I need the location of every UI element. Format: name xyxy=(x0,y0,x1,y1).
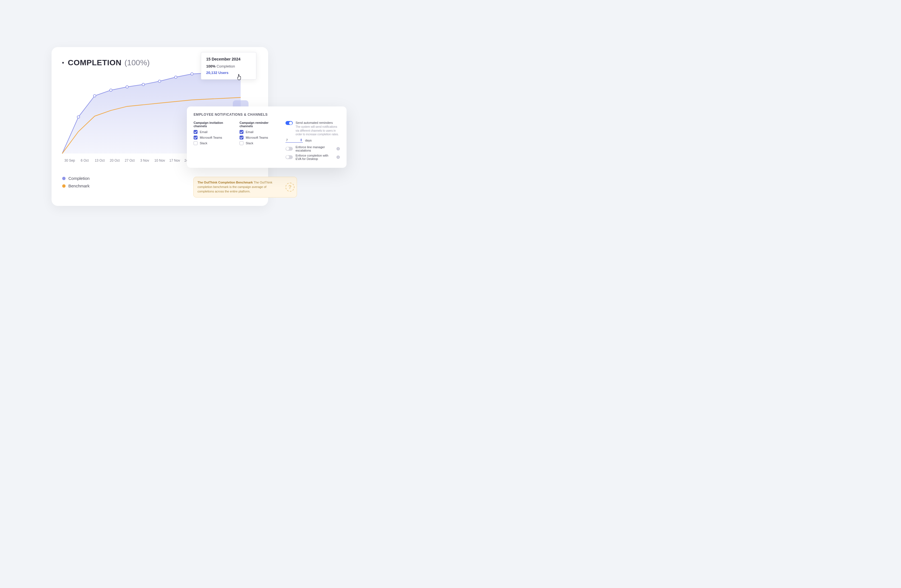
svg-point-6 xyxy=(175,76,177,78)
tooltip-value-row: 100% Completion xyxy=(206,64,251,69)
info-icon[interactable]: i xyxy=(337,147,340,150)
reminder-checkbox[interactable] xyxy=(240,130,243,134)
escalations-toggle[interactable] xyxy=(285,147,293,151)
invitation-label: Email xyxy=(200,130,207,134)
x-axis-tick[interactable]: 3 Nov xyxy=(137,159,153,162)
escalations-label: Enforce line manager escalations xyxy=(296,145,332,152)
reminder-option: Microsoft Teams xyxy=(240,136,282,139)
svg-point-5 xyxy=(158,80,161,83)
x-axis-tick[interactable]: 6 Oct xyxy=(77,159,92,162)
invitation-heading: Campaign invitation channels xyxy=(193,121,235,128)
eva-toggle[interactable] xyxy=(285,155,293,159)
reminder-days-input: 7 ▲▼ days xyxy=(285,138,340,143)
invitation-option: Microsoft Teams xyxy=(193,136,235,139)
notifications-panel: EMPLOYEE NOTIFICATIONS & CHANNELS Campai… xyxy=(187,106,346,168)
reminder-heading: Campaign reminder channels xyxy=(240,121,282,128)
reminder-label: Email xyxy=(246,130,254,134)
x-axis-tick[interactable]: 20 Oct xyxy=(107,159,122,162)
settings-column: Send automated reminders The system will… xyxy=(285,121,340,162)
reminder-days-unit: days xyxy=(305,139,312,142)
x-axis-tick[interactable]: 17 Nov xyxy=(167,159,182,162)
svg-point-2 xyxy=(109,89,112,91)
invitation-column: Campaign invitation channels EmailMicros… xyxy=(193,121,235,162)
invitation-checkbox[interactable] xyxy=(193,136,198,139)
escalations-row: Enforce line manager escalations i xyxy=(285,145,340,152)
svg-point-3 xyxy=(126,86,128,88)
reminder-days-value: 7 xyxy=(286,138,288,142)
reminder-column: Campaign reminder channels EmailMicrosof… xyxy=(240,121,282,162)
auto-reminders-toggle[interactable] xyxy=(285,121,293,125)
auto-reminders-row: Send automated reminders The system will… xyxy=(285,121,340,136)
tooltip-value-pct: 100% xyxy=(206,64,215,69)
panel-title: EMPLOYEE NOTIFICATIONS & CHANNELS xyxy=(193,112,340,117)
legend-label-benchmark: Benchmark xyxy=(69,184,90,188)
reminder-days-field[interactable]: 7 ▲▼ xyxy=(285,138,303,143)
tooltip-date: 15 December 2024 xyxy=(206,57,251,61)
reminder-checkbox[interactable] xyxy=(240,141,243,145)
question-icon[interactable]: ? xyxy=(285,182,295,192)
auto-reminders-desc: The system will send notifications via d… xyxy=(296,125,340,136)
eva-label: Enforce completion with EVA for Desktop xyxy=(296,154,332,161)
x-axis-tick[interactable]: 10 Nov xyxy=(152,159,167,162)
invitation-label: Slack xyxy=(200,142,207,145)
x-axis-tick[interactable]: 13 Oct xyxy=(92,159,107,162)
panel-grid: Campaign invitation channels EmailMicros… xyxy=(193,121,340,162)
info-icon[interactable]: i xyxy=(337,156,340,159)
reminder-label: Microsoft Teams xyxy=(246,136,268,139)
chart-tooltip: 15 December 2024 100% Completion 20,132 … xyxy=(201,52,256,80)
legend-dot-icon xyxy=(62,177,65,180)
x-axis-tick[interactable]: 27 Oct xyxy=(122,159,137,162)
benchmark-note-bold: The OutThink Completion Benchmark xyxy=(198,181,253,184)
svg-point-7 xyxy=(191,73,193,75)
svg-point-0 xyxy=(77,116,80,118)
eva-row: Enforce completion with EVA for Desktop … xyxy=(285,154,340,161)
reminder-checkbox[interactable] xyxy=(240,136,243,139)
card-title-percent: (100%) xyxy=(125,58,150,67)
reminder-option: Slack xyxy=(240,141,282,145)
tooltip-value-label: Completion xyxy=(217,64,235,69)
stepper-icon[interactable]: ▲▼ xyxy=(300,138,302,142)
invitation-option: Slack xyxy=(193,141,235,145)
invitation-checkbox[interactable] xyxy=(193,141,198,145)
invitation-label: Microsoft Teams xyxy=(200,136,222,139)
auto-reminders-label: Send automated reminders xyxy=(296,121,340,125)
x-axis-tick[interactable]: 30 Sep xyxy=(62,159,77,162)
invitation-checkbox[interactable] xyxy=(193,130,198,134)
card-title-wrap: COMPLETION (100%) xyxy=(68,58,150,67)
title-bullet-icon xyxy=(62,62,64,64)
legend-label-completion: Completion xyxy=(69,176,90,181)
reminder-label: Slack xyxy=(246,142,253,145)
benchmark-info-note: The OutThink Completion Benchmark The Ou… xyxy=(193,177,297,198)
svg-point-4 xyxy=(142,83,145,86)
invitation-option: Email xyxy=(193,130,235,134)
legend-dot-icon xyxy=(62,184,65,188)
tooltip-users: 20,132 Users xyxy=(206,70,251,75)
reminder-option: Email xyxy=(240,130,282,134)
card-title: COMPLETION xyxy=(68,58,122,67)
svg-point-1 xyxy=(93,95,96,97)
